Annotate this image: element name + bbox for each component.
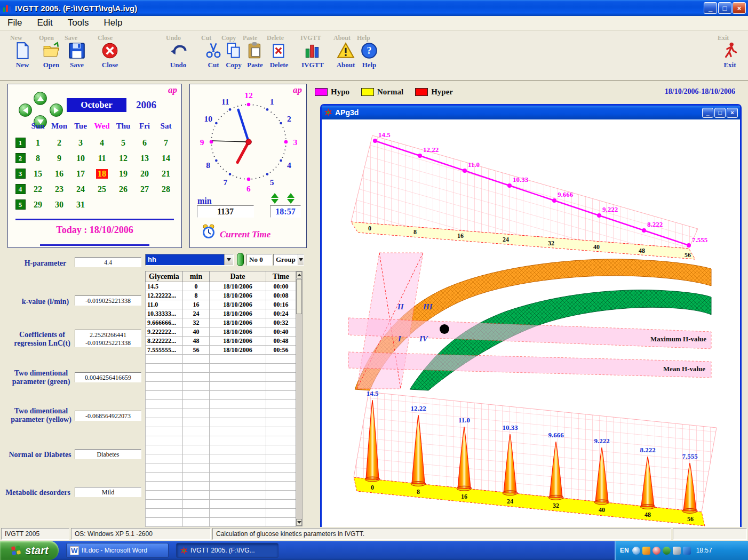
- calendar-day[interactable]: 24: [70, 181, 91, 197]
- yellow-parameter-field[interactable]: -0.068564922073: [75, 411, 141, 421]
- tray-shield-icon[interactable]: [663, 547, 671, 555]
- task-word[interactable]: W flt.doc - Microsoft Word: [66, 543, 169, 558]
- apg3d-minimize-button[interactable]: _: [702, 108, 713, 118]
- col-date[interactable]: Date: [210, 271, 266, 282]
- calendar-day[interactable]: 16: [49, 166, 70, 181]
- apg3d-close-button[interactable]: ×: [727, 108, 738, 118]
- calendar-day[interactable]: 2: [49, 135, 70, 150]
- table-scrollbar[interactable]: [296, 271, 303, 526]
- menu-tools[interactable]: Tools: [60, 17, 97, 29]
- delete-button[interactable]: Delete Delete: [265, 34, 293, 78]
- green-parameter-field[interactable]: 0.0046256416659: [75, 372, 141, 382]
- menu-help[interactable]: Help: [96, 17, 130, 29]
- calendar-day[interactable]: 11: [91, 150, 113, 166]
- calendar-day[interactable]: 15: [27, 166, 49, 181]
- task-ivgtt[interactable]: IVGTT 2005. (F:\IVG...: [176, 543, 278, 558]
- time-input[interactable]: [270, 205, 301, 218]
- calendar-day[interactable]: 8: [27, 150, 49, 166]
- col-time[interactable]: Time: [266, 271, 296, 282]
- calendar-day[interactable]: 22: [27, 181, 49, 197]
- calendar-day[interactable]: 30: [49, 197, 70, 212]
- calendar-day[interactable]: [155, 197, 177, 212]
- undo-button[interactable]: Undo Undo: [164, 34, 192, 78]
- prev-month-button[interactable]: [19, 103, 32, 117]
- prev-year-button[interactable]: [34, 92, 47, 105]
- table-row[interactable]: 14.5018/10/200600:00: [146, 282, 296, 291]
- number-field[interactable]: No 0: [246, 254, 272, 266]
- calendar-day[interactable]: 28: [155, 181, 177, 197]
- scroll-down-button[interactable]: [296, 519, 302, 526]
- calendar-day[interactable]: [91, 197, 113, 212]
- maximize-button[interactable]: □: [718, 2, 731, 14]
- calendar-day[interactable]: 1: [27, 135, 49, 150]
- time-up-down-1[interactable]: [271, 193, 278, 204]
- table-row[interactable]: 10.33333...2418/10/200600:24: [146, 309, 296, 318]
- min-input[interactable]: [197, 205, 254, 218]
- table-row[interactable]: 12.22222...818/10/200600:08: [146, 291, 296, 300]
- calendar-day[interactable]: [134, 197, 155, 212]
- calendar-day[interactable]: 20: [134, 166, 155, 181]
- table-row[interactable]: 11.01618/10/200600:16: [146, 300, 296, 309]
- k-value-field[interactable]: -0.019025221338: [75, 295, 141, 306]
- new-button[interactable]: New New: [9, 34, 36, 78]
- apg3d-maximize-button[interactable]: □: [714, 108, 726, 118]
- calendar-day[interactable]: 26: [113, 181, 134, 197]
- menu-edit[interactable]: Edit: [29, 17, 60, 29]
- calendar-day[interactable]: [113, 197, 134, 212]
- col-min[interactable]: min: [183, 271, 210, 282]
- calendar-day[interactable]: 7: [155, 135, 177, 150]
- calendar-day[interactable]: 13: [134, 150, 155, 166]
- calendar-day-selected[interactable]: 18: [96, 169, 108, 179]
- tray-volume-icon[interactable]: [673, 547, 681, 555]
- open-button[interactable]: Open Open: [37, 34, 65, 78]
- tray-qip-icon[interactable]: [642, 547, 650, 555]
- close-button[interactable]: ×: [733, 2, 746, 14]
- calendar-day[interactable]: 25: [91, 181, 113, 197]
- tray-chat-icon[interactable]: [683, 547, 691, 555]
- menu-file[interactable]: File: [0, 17, 29, 29]
- exit-button[interactable]: Exit Exit: [716, 34, 744, 78]
- calendar-day[interactable]: 10: [70, 150, 91, 166]
- group-combobox-arrow[interactable]: [298, 254, 304, 265]
- h-parameter-field[interactable]: 4.4: [75, 257, 141, 267]
- combobox-arrow[interactable]: [224, 254, 233, 265]
- calendar-day[interactable]: 23: [49, 181, 70, 197]
- col-glycemia[interactable]: Glycemia: [146, 271, 183, 282]
- group-indicator-button[interactable]: [237, 253, 244, 266]
- table-row[interactable]: 7.555555...5618/10/200600:56: [146, 346, 296, 355]
- calendar-day[interactable]: 9: [49, 150, 70, 166]
- calendar-day[interactable]: 4: [91, 135, 113, 150]
- tray-chevron-icon[interactable]: [632, 547, 640, 555]
- metabolic-field[interactable]: Mild: [75, 487, 141, 497]
- save-button[interactable]: Save Save: [63, 34, 91, 78]
- calendar-day[interactable]: 12: [113, 150, 134, 166]
- scrollbar-thumb[interactable]: [296, 279, 302, 314]
- group-combobox[interactable]: Group: [273, 254, 304, 266]
- start-button[interactable]: start: [0, 541, 59, 560]
- table-row[interactable]: 9.222222...4018/10/200600:40: [146, 327, 296, 337]
- language-indicator[interactable]: EN: [620, 547, 629, 554]
- ivgtt-button[interactable]: IVGTT IVGTT: [299, 34, 327, 78]
- calendar-day[interactable]: 17: [70, 166, 91, 181]
- calendar-day[interactable]: 3: [70, 135, 91, 150]
- calendar-day[interactable]: 6: [134, 135, 155, 150]
- tray-clock[interactable]: 18:57: [696, 547, 712, 554]
- calendar-day[interactable]: 21: [155, 166, 177, 181]
- close-file-button[interactable]: Close Close: [96, 34, 124, 78]
- table-row[interactable]: 8.222222...4818/10/200600:48: [146, 337, 296, 346]
- calendar-day[interactable]: 5: [113, 135, 134, 150]
- month-label[interactable]: October: [67, 98, 126, 112]
- table-row[interactable]: 9.666666...3218/10/200600:32: [146, 318, 296, 327]
- next-month-button[interactable]: [50, 103, 63, 117]
- patient-combobox[interactable]: hh: [145, 254, 234, 266]
- calendar-day[interactable]: 31: [70, 197, 91, 212]
- help-button[interactable]: Help ? Help: [355, 34, 383, 78]
- minimize-button[interactable]: _: [704, 2, 717, 14]
- calendar-day[interactable]: 29: [27, 197, 49, 212]
- calendar-day[interactable]: 27: [134, 181, 155, 197]
- time-up-down-2[interactable]: [287, 193, 295, 204]
- diagnosis-field[interactable]: Diabetes: [75, 449, 141, 459]
- scroll-up-button[interactable]: [296, 271, 302, 278]
- coefficients-field[interactable]: 2.2529266441 -0.019025221338: [75, 330, 141, 347]
- calendar-day[interactable]: 14: [155, 150, 177, 166]
